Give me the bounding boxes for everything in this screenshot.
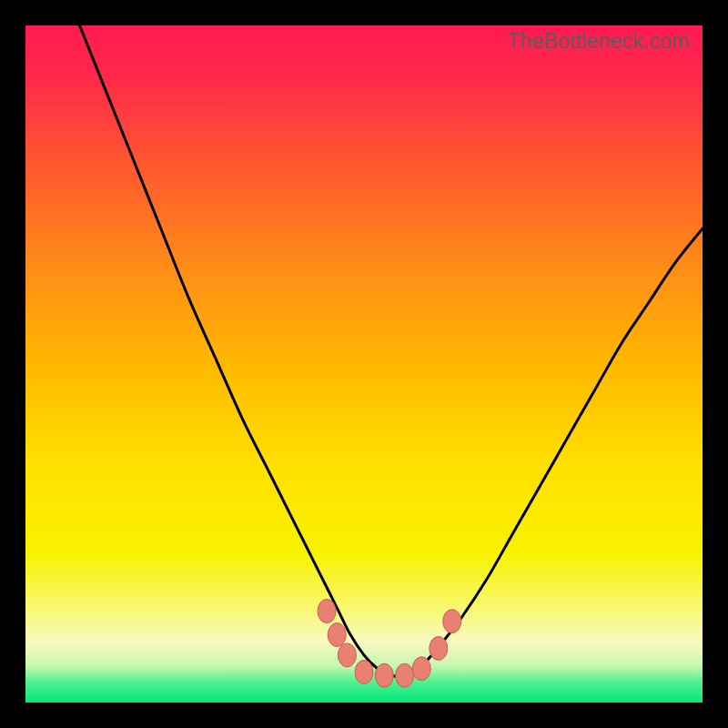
curve-marker	[328, 623, 346, 647]
curve-marker	[338, 643, 356, 667]
chart-frame: TheBottleneck.com	[0, 0, 728, 728]
curve-path	[80, 25, 703, 676]
curve-marker	[318, 600, 336, 623]
curve-marker	[396, 663, 414, 687]
curve-marker	[430, 636, 448, 660]
bottleneck-curve	[25, 25, 703, 703]
curve-marker	[412, 657, 430, 681]
curve-marker	[355, 661, 373, 684]
curve-marker	[443, 610, 461, 633]
curve-marker	[375, 663, 393, 687]
plot-area: TheBottleneck.com	[25, 25, 703, 703]
